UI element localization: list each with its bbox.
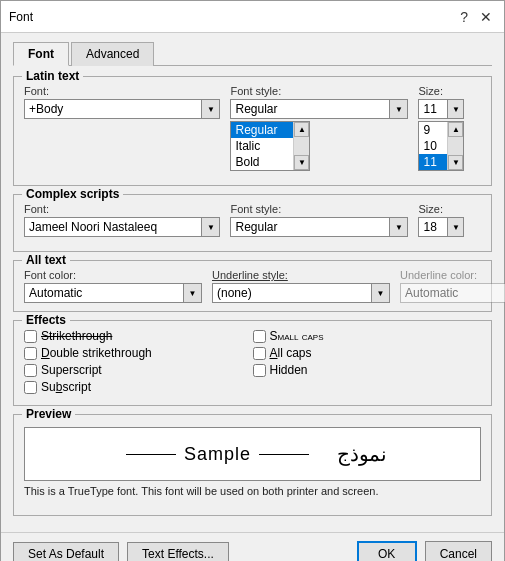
- font-color-combo[interactable]: ▼: [24, 283, 202, 303]
- font-color-input[interactable]: [25, 284, 183, 302]
- hidden-row: Hidden: [253, 363, 482, 377]
- cs-size-combo[interactable]: ▼: [418, 217, 464, 237]
- font-style-scroll-down[interactable]: ▼: [294, 155, 309, 170]
- effects-cols: Strikethrough Double strikethrough Super…: [24, 329, 481, 397]
- strikethrough-row: Strikethrough: [24, 329, 253, 343]
- font-style-list: Regular Italic Bold ▲ ▼: [230, 121, 310, 171]
- double-strikethrough-checkbox[interactable]: [24, 347, 37, 360]
- close-icon[interactable]: ✕: [476, 9, 496, 25]
- cs-size-dropdown-btn[interactable]: ▼: [447, 218, 463, 236]
- size-list: 9 10 11 ▲ ▼: [418, 121, 464, 171]
- preview-underline-right: [259, 454, 309, 455]
- underline-style-combo[interactable]: ▼: [212, 283, 390, 303]
- tab-advanced[interactable]: Advanced: [71, 42, 154, 66]
- font-field-label: Font:: [24, 85, 220, 97]
- font-style-scroll-up[interactable]: ▲: [294, 122, 309, 137]
- underline-style-dropdown-btn[interactable]: ▼: [371, 284, 389, 302]
- set-default-button[interactable]: Set As Default: [13, 542, 119, 561]
- cs-font-col: Font: ▼: [24, 203, 220, 237]
- size-dropdown-btn[interactable]: ▼: [447, 100, 463, 118]
- cs-font-label: Font:: [24, 203, 220, 215]
- font-style-dropdown-btn[interactable]: ▼: [389, 100, 407, 118]
- ok-button[interactable]: OK: [357, 541, 417, 561]
- cs-font-input[interactable]: [25, 218, 201, 236]
- underline-style-input[interactable]: [213, 284, 371, 302]
- cs-style-combo[interactable]: ▼: [230, 217, 408, 237]
- all-text-group: All text Font color: ▼ Underline style: …: [13, 260, 492, 312]
- title-bar: Font ? ✕: [1, 1, 504, 33]
- font-style-item-regular[interactable]: Regular: [231, 122, 293, 138]
- font-color-label: Font color:: [24, 269, 202, 281]
- cs-size-label: Size:: [418, 203, 481, 215]
- font-combo[interactable]: ▼: [24, 99, 220, 119]
- text-effects-button[interactable]: Text Effects...: [127, 542, 229, 561]
- size-scroll-up[interactable]: ▲: [448, 122, 463, 137]
- font-style-item-italic[interactable]: Italic: [231, 138, 293, 154]
- size-field-label: Size:: [418, 85, 481, 97]
- complex-scripts-row: Font: ▼ Font style: ▼ Size:: [24, 203, 481, 237]
- preview-underline-left: [126, 454, 176, 455]
- all-caps-row: All caps: [253, 346, 482, 360]
- cs-size-col: Size: ▼: [418, 203, 481, 237]
- font-color-col: Font color: ▼: [24, 269, 202, 303]
- font-style-field-label: Font style:: [230, 85, 408, 97]
- font-dropdown-btn[interactable]: ▼: [201, 100, 219, 118]
- font-col: Font: ▼: [24, 85, 220, 171]
- footer-left: Set As Default Text Effects...: [13, 542, 349, 561]
- superscript-checkbox[interactable]: [24, 364, 37, 377]
- cs-style-label: Font style:: [230, 203, 408, 215]
- cs-font-combo[interactable]: ▼: [24, 217, 220, 237]
- small-caps-row: Small caps: [253, 329, 482, 343]
- size-combo-top[interactable]: ▼: [418, 99, 464, 119]
- strikethrough-label: Strikethrough: [41, 329, 112, 343]
- font-style-input[interactable]: [231, 100, 389, 118]
- hidden-checkbox[interactable]: [253, 364, 266, 377]
- tab-font[interactable]: Font: [13, 42, 69, 66]
- size-input[interactable]: [419, 100, 447, 118]
- preview-label: Preview: [22, 407, 75, 421]
- size-item-9[interactable]: 9: [419, 122, 447, 138]
- cs-style-input[interactable]: [231, 218, 389, 236]
- all-caps-checkbox[interactable]: [253, 347, 266, 360]
- subscript-checkbox[interactable]: [24, 381, 37, 394]
- effects-group: Effects Strikethrough Double strikethrou…: [13, 320, 492, 406]
- font-style-scroll[interactable]: ▲ ▼: [293, 122, 309, 170]
- tabs: Font Advanced: [13, 41, 492, 66]
- size-scroll-down[interactable]: ▼: [448, 155, 463, 170]
- size-items: 9 10 11: [419, 122, 447, 170]
- all-text-label: All text: [22, 253, 70, 267]
- double-strikethrough-label: Double strikethrough: [41, 346, 152, 360]
- latin-text-group: Latin text Font: ▼ Font style: ▼: [13, 76, 492, 186]
- preview-arabic: نموذج: [337, 442, 387, 466]
- complex-scripts-label: Complex scripts: [22, 187, 123, 201]
- latin-text-label: Latin text: [22, 69, 83, 83]
- underline-color-col: Underline color: ▼: [400, 269, 505, 303]
- title-bar-controls: ? ✕: [456, 9, 496, 25]
- cs-font-dropdown-btn[interactable]: ▼: [201, 218, 219, 236]
- size-item-10[interactable]: 10: [419, 138, 447, 154]
- cancel-button[interactable]: Cancel: [425, 541, 492, 561]
- small-caps-checkbox[interactable]: [253, 330, 266, 343]
- dialog-content: Font Advanced Latin text Font: ▼ Font st…: [1, 33, 504, 532]
- superscript-row: Superscript: [24, 363, 253, 377]
- font-style-item-bold[interactable]: Bold: [231, 154, 293, 170]
- underline-color-combo[interactable]: ▼: [400, 283, 505, 303]
- cs-size-input[interactable]: [419, 218, 447, 236]
- size-scroll[interactable]: ▲ ▼: [447, 122, 463, 170]
- all-caps-label: All caps: [270, 346, 312, 360]
- font-style-items: Regular Italic Bold: [231, 122, 293, 170]
- font-style-col: Font style: ▼ Regular Italic Bold: [230, 85, 408, 171]
- preview-sample: Sample: [184, 444, 251, 465]
- cs-style-dropdown-btn[interactable]: ▼: [389, 218, 407, 236]
- font-color-dropdown-btn[interactable]: ▼: [183, 284, 201, 302]
- font-style-combo-top[interactable]: ▼: [230, 99, 408, 119]
- latin-text-row1: Font: ▼ Font style: ▼: [24, 85, 481, 171]
- help-icon[interactable]: ?: [456, 9, 472, 25]
- preview-note: This is a TrueType font. This font will …: [24, 485, 481, 497]
- underline-color-input[interactable]: [401, 284, 505, 302]
- font-input[interactable]: [25, 100, 201, 118]
- size-item-11[interactable]: 11: [419, 154, 447, 170]
- strikethrough-checkbox[interactable]: [24, 330, 37, 343]
- superscript-label: Superscript: [41, 363, 102, 377]
- subscript-row: Subscript: [24, 380, 253, 394]
